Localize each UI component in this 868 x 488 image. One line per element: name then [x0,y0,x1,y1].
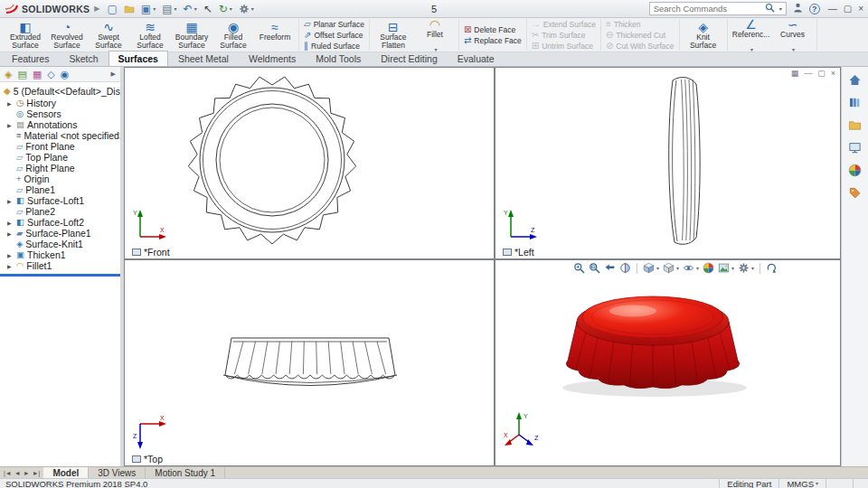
expand-arrow-icon[interactable]: ▶ [7,198,14,204]
offset-surface-button[interactable]: ⇗Offset Surface [302,30,366,40]
tree-root-item[interactable]: ◆5 (Default<<Default>_Display State [0,85,120,98]
featuremanager-tab[interactable]: ◈ [5,70,12,80]
expand-arrow-icon[interactable]: ▶ [7,220,14,226]
options-gear-button[interactable]: ▾ [236,1,257,17]
tab-direct-editing[interactable]: Direct Editing [371,51,447,66]
study-tab-motion-study-1[interactable]: Motion Study 1 [146,467,225,478]
view-palette-button[interactable] [848,141,862,155]
file-explorer-button[interactable] [848,118,862,132]
search-dropdown-icon[interactable]: ▾ [779,6,782,12]
minimize-window-button[interactable]: — [828,5,837,14]
hide-show-items-button[interactable]: ▾ [682,262,700,274]
home-button[interactable] [848,73,862,87]
design-library-button[interactable] [848,96,862,109]
view-settings-button[interactable]: ▾ [737,262,755,274]
search-box[interactable]: ▾ [649,2,787,15]
configurationmanager-tab[interactable]: ▦ [33,70,42,80]
tree-item-surface-knit1[interactable]: ◈Surface-Knit1 [0,239,120,249]
ruled-surface-button[interactable]: ∥Ruled Surface [302,41,366,51]
boundary-surface-button[interactable]: ▦Boundary Surface [171,20,212,50]
surface-flatten-button[interactable]: ⊟Surface Flatten [373,20,414,50]
tree-item-annotations[interactable]: ▶▤Annotations [0,119,120,130]
nav-first-button[interactable]: |◄ [4,470,12,476]
tab-features[interactable]: Features [2,51,59,66]
tree-item-history[interactable]: ▶◷History [0,98,120,108]
fillet-button[interactable]: ◠Fillet▾ [414,17,456,52]
expand-arrow-icon[interactable]: ▶ [7,263,14,269]
curves-button[interactable]: ∽Curves▾ [772,17,814,52]
window-minimize-button[interactable]: — [804,69,812,78]
close-window-button[interactable]: × [858,5,863,14]
rollback-bar[interactable] [0,274,120,277]
planar-surface-button[interactable]: ▱Planar Surface [302,19,366,29]
swept-surface-button[interactable]: ∿Swept Surface [88,20,129,50]
open-document-button[interactable] [121,1,137,17]
menu-flyout-icon[interactable]: ▶ [94,5,99,13]
tree-item-front-plane[interactable]: ▱Front Plane [0,141,120,152]
knit-surface-button[interactable]: ◈Knit Surface [683,20,724,50]
revolved-surface-button[interactable]: ◔Revolved Surface [46,20,88,50]
expand-arrow-icon[interactable]: ▶ [7,252,14,258]
section-view-button[interactable] [618,262,632,274]
tree-item-surface-plane1[interactable]: ▶▰Surface-Plane1 [0,228,120,239]
viewport-front[interactable]: X Y *Front [125,68,494,258]
units-selector[interactable]: MMGS ▾ [778,479,826,488]
extruded-surface-button[interactable]: ◧Extruded Surface [5,20,46,50]
delete-face-button[interactable]: ⊠Delete Face [462,24,524,34]
tab-overflow-icon[interactable]: ▶ [111,70,116,78]
tab-mold-tools[interactable]: Mold Tools [306,51,371,66]
filled-surface-button[interactable]: ◉Filled Surface [212,20,254,50]
select-cursor-button[interactable]: ↖ [201,1,215,17]
window-restore-button[interactable]: ▢ [817,69,826,78]
tree-item-surface-loft1[interactable]: ▶◧Surface-Loft1 [0,195,120,206]
search-input[interactable] [654,4,762,14]
save-button[interactable]: ▣▾ [138,1,158,17]
viewport-top[interactable]: X Z *Top [125,260,494,465]
tab-evaluate[interactable]: Evaluate [448,51,505,66]
tree-item-thicken1[interactable]: ▶▣Thicken1 [0,249,120,260]
viewport-isometric[interactable]: ▾▾▾▾▾ Y X Z [495,260,840,465]
rebuild-button[interactable]: ↻▾ [216,1,235,17]
displaymanager-tab[interactable]: ◉ [61,70,70,80]
window-close-button[interactable]: × [831,69,835,78]
viewport-left[interactable]: ▦—▢× Z Y *Left [495,68,840,258]
display-style-button[interactable]: ▾ [662,262,680,274]
expand-arrow-icon[interactable]: ▶ [7,122,14,128]
nav-next-button[interactable]: ► [24,470,30,476]
view-orientation-button[interactable]: ▾ [642,262,660,274]
tree-item-right-plane[interactable]: ▱Right Plane [0,163,120,174]
tree-item-top-plane[interactable]: ▱Top Plane [0,152,120,163]
search-icon[interactable] [765,3,775,14]
tab-weldments[interactable]: Weldments [239,51,306,66]
apply-scene-button[interactable]: ▾ [717,262,735,274]
propertymanager-tab[interactable]: ▤ [17,70,26,80]
tree-item-plane2[interactable]: ▱Plane2 [0,206,120,217]
tab-sketch[interactable]: Sketch [59,51,108,66]
rotate-view-button[interactable] [765,262,778,274]
print-button[interactable]: ▤▾ [159,1,179,17]
zoom-area-button[interactable] [588,262,601,274]
login-user-icon[interactable] [792,2,804,15]
zoom-fit-button[interactable] [572,262,586,274]
tree-item-sensors[interactable]: ◎Sensors [0,108,120,119]
study-tab-3d-views[interactable]: 3D Views [89,467,146,478]
edit-appearance-button[interactable] [702,262,715,274]
tab-sheet-metal[interactable]: Sheet Metal [168,51,239,66]
appearances-button[interactable] [848,164,862,177]
tree-item-plane1[interactable]: ▱Plane1 [0,184,120,195]
lofted-surface-button[interactable]: ≋Lofted Surface [129,20,171,50]
restore-window-button[interactable]: ▢ [844,5,852,14]
tree-item-origin[interactable]: +Origin [0,174,120,184]
nav-last-button[interactable]: ►| [33,470,41,476]
tree-item-fillet1[interactable]: ▶◠Fillet1 [0,260,120,271]
window-cascade-button[interactable]: ▦ [791,69,799,78]
previous-view-button[interactable] [603,262,617,274]
nav-prev-button[interactable]: ◄ [14,470,21,476]
tree-item-surface-loft2[interactable]: ▶◧Surface-Loft2 [0,217,120,228]
undo-button[interactable]: ↶▾ [181,1,200,17]
tab-surfaces[interactable]: Surfaces [108,51,168,66]
dimxpertmanager-tab[interactable]: ◇ [47,70,54,80]
custom-properties-button[interactable] [848,186,862,200]
expand-arrow-icon[interactable]: ▶ [7,100,14,107]
new-document-button[interactable]: ▢ [105,1,120,17]
